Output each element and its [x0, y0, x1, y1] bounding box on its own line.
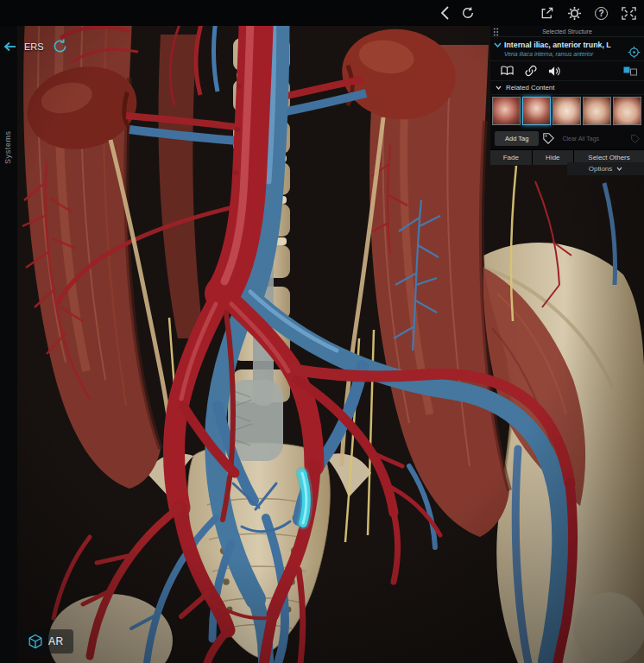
selected-structure-panel: Selected Structure Internal iliac, anter… [490, 26, 644, 165]
panel-header: Selected Structure [490, 26, 644, 37]
anatomy-app-window: ? Systems ERS [0, 0, 644, 663]
structure-title-row[interactable]: Internal iliac, anterior trunk, L Vena i… [490, 37, 644, 61]
chevron-down-icon [616, 167, 622, 171]
fullscreen-icon[interactable] [621, 6, 637, 21]
structure-tools-row [490, 61, 644, 81]
structure-latin-name: Vena iliaca interna, ramus anterior [504, 50, 611, 58]
related-thumbnails [490, 95, 644, 128]
options-bar[interactable]: Options [567, 162, 644, 175]
multi-window-icon[interactable] [623, 66, 637, 76]
link-icon[interactable] [525, 65, 537, 77]
scene-nav-overlay: ERS [3, 38, 68, 54]
locate-structure-icon[interactable] [628, 46, 641, 59]
tags-row: Add Tag Clear All Tags [490, 128, 644, 150]
top-toolbar: ? [0, 0, 644, 26]
related-content-label: Related Content [506, 84, 554, 92]
structure-name-block: Internal iliac, anterior trunk, L Vena i… [504, 41, 611, 58]
drag-handle-icon[interactable] [493, 28, 499, 36]
ar-mode-button[interactable]: AR [21, 629, 73, 654]
related-thumbnail-selected[interactable] [522, 97, 551, 125]
chevron-down-icon[interactable] [494, 42, 502, 47]
chevron-down-icon [496, 85, 502, 90]
help-icon[interactable]: ? [595, 7, 608, 20]
related-thumbnail[interactable] [492, 97, 521, 125]
system-actions-group: ? [540, 0, 637, 26]
redo-view-icon[interactable] [52, 38, 68, 54]
tag-icon[interactable] [543, 133, 554, 144]
settings-gear-icon[interactable] [567, 6, 582, 21]
related-thumbnail[interactable] [552, 97, 581, 125]
add-tag-button[interactable]: Add Tag [495, 131, 539, 146]
structure-name: Internal iliac, anterior trunk, L [504, 41, 611, 50]
ar-cube-icon [28, 634, 43, 649]
options-label: Options [589, 165, 613, 173]
clear-all-tags-button[interactable]: Clear All Tags [562, 136, 599, 142]
view-nav-group [441, 0, 475, 26]
systems-tab[interactable]: Systems [3, 130, 12, 164]
share-icon[interactable] [540, 6, 554, 21]
panel-header-label: Selected Structure [542, 28, 592, 35]
related-thumbnail[interactable] [583, 97, 611, 125]
back-icon[interactable] [441, 6, 449, 20]
reset-view-icon[interactable] [461, 6, 475, 20]
breadcrumb[interactable]: ERS [24, 41, 44, 52]
related-content-header[interactable]: Related Content [490, 81, 644, 95]
book-icon[interactable] [501, 66, 514, 76]
tag-icon-disabled [631, 135, 640, 143]
audio-icon[interactable] [548, 66, 560, 77]
fade-button[interactable]: Fade [490, 150, 533, 165]
related-thumbnail[interactable] [613, 97, 641, 125]
ar-label: AR [48, 635, 64, 647]
left-sidebar-rail: Systems [0, 26, 17, 663]
breadcrumb-back-icon[interactable] [3, 41, 16, 52]
